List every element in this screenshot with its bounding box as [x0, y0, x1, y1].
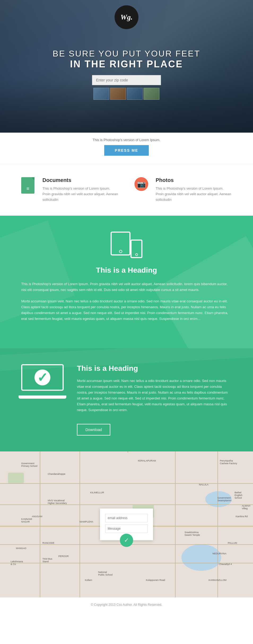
device-icon	[111, 232, 142, 258]
hero-content: BE SURE YOU PUT YOUR FEET IN THE RIGHT P…	[53, 49, 200, 100]
features-section: Documents This is Photoshop's version of…	[0, 164, 253, 216]
zip-input[interactable]	[92, 75, 161, 85]
hero-tagline-line2: IN THE RIGHT PLACE	[53, 59, 200, 70]
map-background: GovernmentPrimary School KERALAPURAM Per…	[0, 451, 253, 597]
feature-photos: 📷 Photos This is Photoshop's version of …	[134, 177, 232, 202]
below-hero-section: This is Photoshop's version of Lorem Ips…	[0, 133, 253, 164]
photos-body: This is Photoshop's version of Lorem Ips…	[156, 186, 232, 202]
map-road-h5	[0, 563, 253, 563]
hero-input-area	[53, 75, 200, 100]
green-section-2-body: Morbi accumsan ipsum velit. Nam nec tell…	[77, 378, 232, 413]
map-road-v3	[127, 451, 128, 452]
map-label-2: KERALAPURAM	[138, 459, 156, 462]
green-section-2: ✓ This is a Heading Morbi accumsan ipsum…	[0, 348, 253, 451]
map-label-16: PALLUM	[228, 542, 237, 544]
thumbnail-2	[110, 88, 126, 100]
caption-text: This is Photoshop's version of Lorem Ips…	[93, 138, 160, 142]
map-label-27: MVS VocationalHigher Secondary	[48, 499, 67, 504]
thumbnail-3	[127, 88, 143, 100]
map-label-14: SreekhrishnaSwami Temple	[185, 531, 200, 536]
photo-icon: 📷	[134, 177, 148, 191]
map-label-10: RANCODE	[42, 542, 54, 544]
map-submit-icon[interactable]: ✓	[120, 534, 133, 547]
download-button[interactable]: Download	[77, 424, 110, 436]
photos-icon-container: 📷	[134, 177, 150, 196]
footer-copyright: © Copyright 2013 Css Author. All Rights …	[5, 603, 248, 607]
map-label-6: BethelEnglishSchool	[234, 491, 242, 499]
map-label-21: NALLILA	[199, 483, 208, 486]
map-label-20: NationalPublic School	[98, 571, 113, 576]
phone-icon	[130, 240, 142, 258]
green-section-1-paragraph2: Morbi accumsan ipsum velit. Nam nec tell…	[21, 298, 232, 322]
map-label-5: KILIMELLUR	[90, 491, 104, 494]
footer: © Copyright 2013 Css Author. All Rights …	[0, 597, 253, 612]
map-label-15: NEDURVINA	[212, 552, 226, 555]
map-label-18: KANNANZLLOM	[208, 579, 226, 581]
thumbnail-strip	[93, 88, 159, 100]
green-section-2-heading: This is a Heading	[77, 364, 232, 373]
map-label-3: PerumputhaCashew Factory	[220, 459, 237, 465]
map-road-v1	[40, 451, 40, 597]
documents-title: Documents	[42, 177, 119, 183]
hero-tagline-line1: BE SURE YOU PUT YOUR FEET	[53, 49, 200, 58]
map-road-h1	[0, 483, 253, 484]
map-label-22: GovernmentSwamptamm	[217, 497, 232, 502]
map-label-8: MANGAD	[16, 547, 27, 550]
map-label-17: Chavadiyil 4	[219, 563, 232, 565]
tablet-icon	[111, 232, 130, 255]
map-label-25: ANUGAM	[32, 515, 42, 518]
map-message-input[interactable]	[105, 524, 148, 533]
laptop-base	[19, 395, 66, 399]
photos-title: Photos	[156, 177, 232, 183]
laptop-body: ✓	[21, 364, 64, 391]
logo-text: Wg.	[120, 13, 133, 21]
map-label-9: Lakshmana& Co	[11, 560, 23, 565]
map-area-1	[8, 473, 24, 483]
feature-documents: Documents This is Photoshop's version of…	[21, 177, 119, 202]
map-email-input[interactable]	[105, 514, 148, 522]
thumbnail-1	[93, 88, 109, 100]
document-icon	[21, 177, 34, 194]
map-label-13: Kollam	[85, 579, 92, 581]
green-section-1-heading: This is a Heading	[21, 266, 232, 275]
map-label-11: TKM BusStand	[42, 558, 52, 563]
map-road-v4	[175, 451, 176, 597]
map-water-2	[181, 544, 221, 571]
logo: Wg.	[115, 5, 138, 29]
map-contact-form: ✓	[100, 508, 153, 540]
map-label-26: KANNAMINAGAR	[21, 518, 32, 523]
hero-tagline: BE SURE YOU PUT YOUR FEET IN THE RIGHT P…	[53, 49, 200, 70]
laptop-icon-container: ✓	[21, 364, 64, 399]
map-label-1: GovernmentPrimary School	[21, 462, 37, 467]
documents-icon-container	[21, 177, 37, 196]
photos-text: Photos This is Photoshop's version of Lo…	[156, 177, 232, 202]
green-section-1: This is a Heading This is Photoshop's ve…	[0, 216, 253, 348]
map-label-23: ALMAVIVilleg	[242, 504, 250, 510]
map-label-12: PEROOR	[58, 555, 69, 558]
map-road-v5	[217, 451, 218, 597]
green-section-1-paragraph1: This is Photoshop's version of Lorem Ips…	[21, 281, 232, 293]
map-road-h2	[0, 504, 253, 505]
press-me-button[interactable]: PRESS ME	[104, 145, 149, 156]
documents-text: Documents This is Photoshop's version of…	[42, 177, 119, 202]
map-label-19: Kulappuram Road	[146, 579, 165, 581]
map-section: GovernmentPrimary School KERALAPURAM Per…	[0, 451, 253, 597]
green-section-2-text: This is a Heading Morbi accumsan ipsum v…	[77, 364, 232, 436]
check-mark-icon: ✓	[34, 369, 50, 385]
hero-section: Wg. BE SURE YOU PUT YOUR FEET IN THE RIG…	[0, 0, 253, 133]
documents-body: This is Photoshop's version of Lorem Ips…	[42, 186, 119, 202]
map-label-4: Chandanahoppe	[48, 473, 66, 475]
map-label-7: MAMPUZHA	[80, 520, 93, 523]
map-road-v2	[80, 451, 80, 597]
map-label-24: Kambra Rd	[235, 515, 248, 518]
thumbnail-4	[143, 88, 159, 100]
